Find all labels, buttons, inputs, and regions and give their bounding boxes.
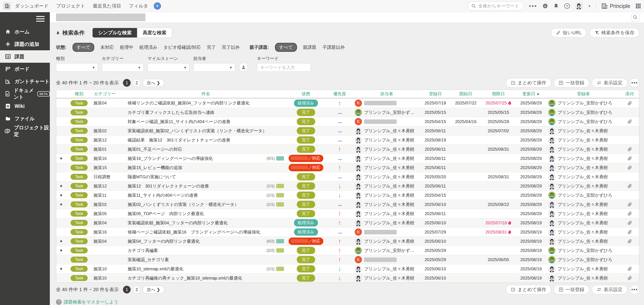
filter-chip[interactable]: 処理済み — [139, 44, 157, 50]
global-search-input[interactable] — [478, 4, 519, 9]
sidebar-item-0[interactable]: ホーム — [0, 26, 50, 38]
row-expander[interactable] — [56, 249, 66, 252]
global-nav-item-3[interactable]: フィルタ — [129, 3, 148, 9]
tab-advanced-search[interactable]: 高度な検索 — [137, 28, 172, 38]
issue-subject-link[interactable]: 施策04_フッターの内部リンク最適化 — [128, 238, 200, 244]
next-page-button[interactable]: 次へ ❯ — [142, 286, 164, 293]
issue-row[interactable]: Task 施策16 施策16_ブランディングページへの導線強化 (0/1) ／対… — [56, 154, 639, 163]
page-button-1[interactable]: 1 — [123, 79, 131, 87]
global-search[interactable] — [468, 2, 524, 11]
filter-chip[interactable]: 子課題以外 — [322, 44, 345, 50]
issue-row[interactable]: Task 施策11 施策11_サイト内の404ページの改善 (1/1) 完了 ↓… — [56, 190, 639, 200]
filter-select-3[interactable]: ▼ — [193, 63, 235, 72]
filter-select-0[interactable]: ▼ — [56, 63, 98, 72]
issue-row[interactable]: Task 施策10 施策10_sitemap.xmlの最適化 (1/1) 完了 … — [56, 264, 639, 273]
issue-subject-link[interactable]: カテゴリ再編案 — [128, 248, 158, 253]
filter-chip[interactable]: 親課題 — [303, 44, 316, 50]
issue-subject-link[interactable]: 施策10_sitemap.xmlの最適化 — [128, 266, 184, 272]
issue-subject-link[interactable]: 施策01_不足ページへの対応 — [128, 146, 182, 152]
issue-row[interactable]: Task 施策02 実装確認依頼_施策02_パンくずリストの実装（リンク・構造化… — [56, 126, 639, 135]
issue-subject-link[interactable]: 施策15_レビュー機能の追加 — [128, 165, 182, 171]
column-header-9[interactable]: 更新日▼ — [516, 91, 546, 97]
issue-row[interactable]: Task カテゴリ再編案 (2/2) 完了 ↑ プリンシプル_安部かずひろ 20… — [56, 246, 639, 255]
display-settings-button[interactable]: 表示設定 — [592, 78, 627, 88]
search-master-link[interactable]: 課題検索をマスターしよう — [64, 299, 118, 305]
filter-select-2[interactable]: ▼ — [148, 63, 190, 72]
filter-select-1[interactable]: ▼ — [102, 63, 144, 72]
row-expander[interactable] — [56, 157, 66, 160]
issue-subject-link[interactable]: 実装確認依頼_施策02_パンくずリストの実装（リンク・構造化データ） — [128, 128, 267, 134]
column-header-11[interactable]: 添付 — [620, 91, 639, 97]
sidebar-item-8[interactable]: プロジェクト設定 — [0, 125, 50, 137]
issue-row[interactable]: Task 施策04 施策04_フッターの内部リンク最適化 (0/2) ／対応 ↑… — [56, 236, 639, 246]
sidebar-item-4[interactable]: ガントチャート — [0, 75, 50, 88]
next-page-button[interactable]: 次へ ❯ — [142, 79, 164, 87]
short-url-button[interactable]: 短いURL — [551, 28, 587, 38]
batch-operation-button[interactable]: まとめて操作 — [506, 78, 551, 88]
bulk-register-button[interactable]: 一括登録 — [554, 78, 589, 88]
more-actions-button[interactable]: ••• — [630, 285, 639, 294]
issue-row[interactable]: Task 施策04 候補リンクのご確認依頼_施策04_フッターの内部リンク最適化… — [56, 99, 639, 108]
issue-subject-link[interactable]: 施策16_ブランディングページへの導線強化 — [128, 156, 213, 161]
issue-subject-link[interactable]: 候補ページご確認依頼_施策16 ブランディングページへの導線強化 — [128, 229, 260, 235]
issue-row[interactable]: Task 施策02 施策02_パンくずリストの実装（リンク・構造化データ） (1… — [56, 200, 639, 209]
chevron-down-icon[interactable]: ▼ — [588, 5, 591, 8]
batch-operation-button[interactable]: まとめて操作 — [506, 285, 551, 294]
sidebar-item-2[interactable]: 課題 — [0, 50, 50, 63]
watch-icon[interactable] — [542, 3, 548, 9]
filter-chip[interactable]: 完了 — [207, 44, 216, 50]
issue-row[interactable]: Task 施策04 実装確認依頼_施策04_フッターの内部リンク最適化 処理済み… — [56, 218, 639, 227]
filter-chip[interactable]: タビオ様確認/対応 — [163, 44, 201, 50]
global-nav-item-2[interactable]: 最近見た項目 — [93, 3, 121, 9]
issue-subject-link[interactable]: 施策12 301リダイレクトチェーンの改善 — [128, 183, 209, 189]
page-button-2[interactable]: 2 — [133, 79, 140, 87]
page-button-1[interactable]: 1 — [123, 286, 131, 293]
column-header-0[interactable]: 種別 — [66, 91, 92, 97]
notifications-bell-icon[interactable] — [553, 3, 559, 9]
more-actions-button[interactable]: ••• — [630, 78, 639, 88]
issue-subject-link[interactable]: カテゴリ再編後の再チェック_施策10_sitemap.xmlの最適化 — [128, 275, 242, 281]
column-header-7[interactable]: 開始日 — [450, 91, 481, 97]
global-nav-item-0[interactable]: ダッシュボード — [15, 3, 48, 9]
filter-chip[interactable]: すべて — [275, 43, 297, 52]
sidebar-item-3[interactable]: ボード — [0, 63, 50, 75]
issue-subject-link[interactable]: 確認結果 施策12 301リダイレクトチェーンの改善 — [128, 137, 230, 143]
issue-row[interactable]: Task 施策01 施策01_不足ページへの対応 完了 ↑ プリンシプル_佐々木… — [56, 144, 639, 154]
app-logo-icon[interactable] — [3, 2, 11, 10]
issue-subject-link[interactable]: 実装確認依頼_施策04_フッターの内部リンク最適化 — [128, 220, 228, 226]
sidebar-item-7[interactable]: ファイル — [0, 112, 50, 125]
issue-row[interactable]: Task 施策12 施策12 301リダイレクトチェーンの改善 (1/1) 完了… — [56, 181, 639, 190]
issue-subject-link[interactable]: 隔週MTGの実施について — [128, 174, 176, 180]
issue-row[interactable]: Task 日程調整 隔週MTGの実施について 完了 → プリンシプル_佐々木勇樹… — [56, 172, 639, 181]
column-header-3[interactable]: 状態 — [286, 91, 326, 97]
row-expander[interactable] — [56, 240, 66, 242]
tab-simple-search[interactable]: シンプルな検索 — [92, 28, 137, 38]
filter-chip[interactable]: すべて — [72, 43, 94, 52]
issue-row[interactable]: Task カテゴリ案フィックスしたら広告担当へ連絡 完了 → プリンシプル_安部… — [56, 108, 639, 117]
page-button-2[interactable]: 2 — [133, 286, 140, 293]
issue-row[interactable]: Task 施策10 カテゴリ再編後の再チェック_施策10_sitemap.xml… — [56, 273, 639, 282]
row-expander[interactable] — [56, 185, 66, 187]
save-search-button[interactable]: 検索条件を保存 — [590, 28, 639, 38]
sidebar-item-1[interactable]: 課題の追加 — [0, 38, 50, 50]
apps-grid-icon[interactable] — [636, 3, 641, 9]
column-header-8[interactable]: 期限日 — [481, 91, 516, 97]
column-header-2[interactable]: 件名 — [126, 91, 286, 97]
issue-subject-link[interactable]: 施策11_サイト内の404ページの改善 — [128, 192, 198, 198]
user-avatar[interactable] — [575, 2, 583, 10]
assignee-me-button[interactable] — [239, 63, 248, 72]
help-icon[interactable]: ? — [564, 3, 570, 9]
issue-search-button[interactable] — [631, 13, 639, 22]
display-settings-button[interactable]: 表示設定 — [592, 285, 627, 294]
issue-subject-link[interactable]: 対象ページ確認_施策11_サイト内の404ページの改善 — [128, 119, 230, 125]
issue-row[interactable]: Task 施策15 施策15_レビュー機能の追加 ／対応 ↑ プリンシプル_佐々… — [56, 163, 639, 172]
column-header-4[interactable]: 優先度 — [326, 91, 353, 97]
issue-subject-link[interactable]: 候補リンクのご確認依頼_施策04_フッターの内部リンク最適化 — [128, 100, 250, 106]
sidebar-item-6[interactable]: W Wiki — [0, 100, 50, 112]
issue-row[interactable]: Task 実装確認_カテゴリ案 完了 ↑ K 2025/05/29 2025/0… — [56, 255, 639, 264]
search-conditions-toggle[interactable]: ∧ 検索条件 — [56, 29, 85, 37]
issue-subject-link[interactable]: 施策05_TOPページ 内部リンク最適化 — [128, 211, 204, 217]
bulk-register-button[interactable]: 一括登録 — [554, 285, 589, 294]
filter-chip[interactable]: 完了以外 — [222, 44, 240, 50]
filter-chip[interactable]: 未対応 — [100, 44, 114, 50]
